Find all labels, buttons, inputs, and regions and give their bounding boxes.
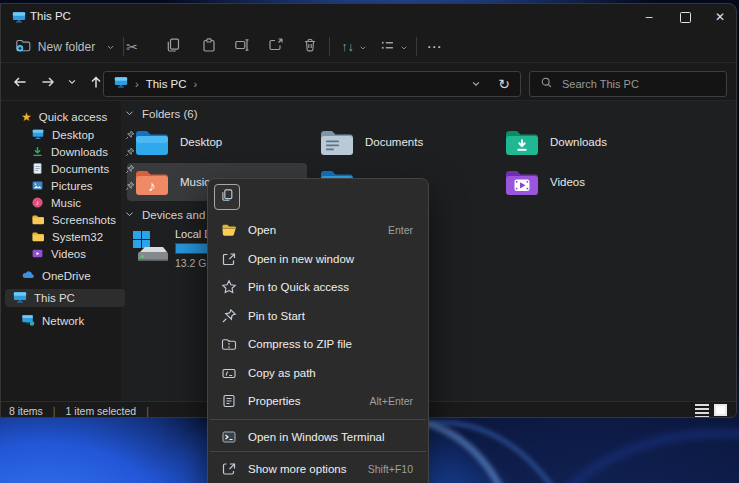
pin-icon	[221, 308, 237, 324]
sidebar-item-screenshots[interactable]: Screenshots	[9, 211, 137, 229]
menu-item-copy-as-path[interactable]: Copy as path	[211, 359, 425, 387]
delete-button[interactable]	[297, 35, 323, 59]
minimize-icon: –	[646, 10, 653, 24]
menu-item-pin-to-start[interactable]: Pin to Start	[211, 302, 425, 330]
open-new-window-icon	[221, 251, 237, 267]
sidebar-item-this-pc[interactable]: This PC	[5, 289, 125, 307]
copy-icon	[165, 37, 181, 57]
menu-item-label: Compress to ZIP file	[248, 338, 352, 350]
toolbar-separator	[329, 37, 330, 56]
copy-button[interactable]	[160, 35, 186, 59]
this-pc-icon	[13, 290, 27, 306]
chevron-down-icon	[125, 108, 134, 120]
sidebar-item-videos[interactable]: Videos	[9, 245, 137, 263]
cloud-icon	[21, 268, 35, 284]
desktop-screen: This PC – ✕ New folder ✂	[0, 0, 739, 483]
back-button[interactable]	[7, 70, 33, 94]
tile-desktop[interactable]: Desktop	[127, 123, 307, 161]
tile-label: Desktop	[180, 136, 222, 148]
view-button[interactable]	[375, 35, 413, 59]
download-arrow-icon	[31, 145, 44, 160]
items-count: 8 items	[9, 405, 43, 417]
chevron-down-icon	[106, 38, 115, 56]
tile-label: Downloads	[550, 136, 607, 148]
minimize-button[interactable]: –	[631, 4, 667, 30]
folders-section-header[interactable]: Folders (6)	[125, 108, 198, 120]
maximize-button[interactable]	[667, 4, 703, 30]
sort-button[interactable]: ↑↓	[335, 35, 373, 59]
sidebar-item-label: This PC	[34, 292, 75, 304]
menu-item-label: Pin to Quick access	[248, 281, 349, 293]
address-bar[interactable]: › This PC › ↻	[103, 71, 521, 97]
tile-downloads[interactable]: Downloads	[497, 123, 677, 161]
sidebar-item-system32[interactable]: System32	[9, 228, 137, 246]
close-icon: ✕	[715, 10, 725, 24]
sidebar-item-documents[interactable]: Documents	[9, 160, 137, 178]
menu-item-shortcut: Enter	[388, 224, 413, 236]
tile-videos[interactable]: Videos	[497, 163, 677, 201]
sidebar-item-label: Music	[51, 197, 81, 209]
new-folder-button[interactable]: New folder	[11, 35, 119, 59]
tile-label: Music	[180, 176, 210, 188]
menu-separator	[210, 451, 426, 452]
details-view-icon[interactable]	[695, 404, 709, 417]
menu-item-label: Open in new window	[248, 253, 354, 265]
tile-label: Documents	[365, 136, 423, 148]
menu-item-show-more-options[interactable]: Show more options Shift+F10	[211, 455, 425, 483]
cut-button[interactable]: ✂	[119, 35, 145, 59]
breadcrumb-separator: ›	[135, 78, 139, 90]
folder-icon	[31, 230, 45, 244]
window-title: This PC	[30, 10, 71, 22]
breadcrumb-this-pc[interactable]: This PC	[146, 78, 187, 90]
delete-icon	[302, 37, 318, 57]
menu-item-label: Open in Windows Terminal	[248, 431, 385, 443]
music-icon: ♪	[31, 196, 44, 211]
breadcrumb-separator[interactable]: ›	[194, 78, 198, 90]
sidebar-item-pictures[interactable]: Pictures	[9, 177, 137, 195]
sidebar-item-desktop[interactable]: Desktop	[9, 126, 137, 144]
sidebar-item-onedrive[interactable]: OneDrive	[9, 267, 127, 285]
refresh-icon[interactable]: ↻	[498, 76, 510, 92]
menu-item-pin-quick-access[interactable]: Pin to Quick access	[211, 273, 425, 301]
search-input[interactable]	[560, 77, 714, 91]
close-button[interactable]: ✕	[703, 4, 737, 30]
more-options-button[interactable]: ⋯	[421, 35, 447, 59]
search-box[interactable]	[529, 71, 727, 97]
recent-locations-button[interactable]	[62, 70, 82, 94]
show-more-icon	[221, 461, 237, 477]
menu-item-compress-zip[interactable]: Compress to ZIP file	[211, 330, 425, 358]
copy-icon	[220, 188, 234, 206]
sidebar-item-label: Pictures	[51, 180, 93, 192]
address-row: › This PC › ↻	[1, 63, 736, 101]
app-icon	[12, 10, 26, 28]
share-button[interactable]	[263, 35, 289, 59]
thumbnail-view-icon[interactable]	[714, 404, 727, 416]
sidebar-item-music[interactable]: ♪ Music	[9, 194, 137, 212]
menu-item-open[interactable]: Open Enter	[211, 216, 425, 244]
paste-button[interactable]	[196, 35, 222, 59]
address-dropdown-icon[interactable]	[471, 75, 481, 93]
menu-item-open-new-window[interactable]: Open in new window	[211, 245, 425, 273]
tile-documents[interactable]: Documents	[312, 123, 492, 161]
quick-action-copy-button[interactable]	[214, 184, 240, 210]
local-disk-icon	[129, 227, 171, 271]
rename-button[interactable]	[229, 35, 255, 59]
menu-item-open-windows-terminal[interactable]: Open in Windows Terminal	[211, 423, 425, 451]
music-folder-icon: ♪	[135, 168, 169, 196]
sort-icon: ↑↓	[341, 40, 354, 54]
menu-item-label: Pin to Start	[248, 310, 305, 322]
selected-count: 1 item selected	[66, 405, 137, 417]
sidebar-item-quick-access[interactable]: ★ Quick access	[9, 108, 127, 126]
forward-button[interactable]	[35, 70, 61, 94]
star-icon: ★	[21, 110, 32, 124]
sidebar-item-label: Network	[42, 315, 84, 327]
menu-item-shortcut: Alt+Enter	[370, 395, 413, 407]
location-pc-icon	[114, 75, 128, 93]
command-toolbar: New folder ✂ ↑↓	[1, 30, 736, 63]
view-list-icon	[380, 38, 395, 57]
sidebar-item-label: Documents	[51, 163, 109, 175]
sidebar-item-network[interactable]: Network	[9, 312, 127, 330]
copy-path-icon	[221, 365, 237, 381]
menu-item-properties[interactable]: Properties Alt+Enter	[211, 387, 425, 415]
sidebar-item-downloads[interactable]: Downloads	[9, 143, 137, 161]
